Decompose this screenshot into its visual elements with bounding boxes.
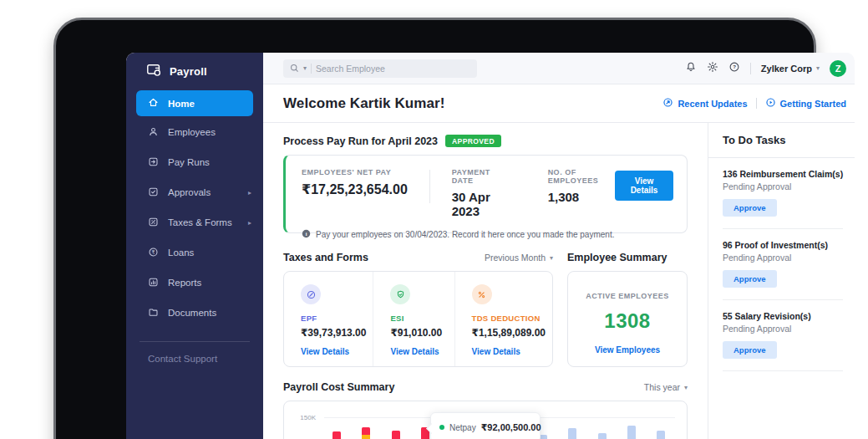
- sidebar: Payroll Home Employees Pay Runs Approval…: [126, 53, 263, 439]
- chevron-down-icon: ▾: [684, 384, 688, 391]
- sidebar-item-employees[interactable]: Employees: [126, 117, 263, 147]
- sidebar-item-taxes-forms[interactable]: Taxes & Forms ▸: [126, 207, 263, 237]
- tooltip-value: ₹92,00,500.00: [481, 422, 541, 433]
- info-icon: i: [302, 229, 311, 240]
- approve-investment-proofs-button[interactable]: Approve: [723, 270, 777, 288]
- sidebar-item-reports[interactable]: Reports: [126, 268, 263, 298]
- welcome-header: Welcome Kartik Kumar! Recent Updates Get…: [263, 84, 855, 123]
- todo-task-salary-revision: 55 Salary Revision(s) Pending Approval A…: [723, 300, 843, 371]
- sidebar-item-home[interactable]: Home: [136, 90, 253, 116]
- sidebar-item-pay-runs[interactable]: Pay Runs: [126, 147, 263, 177]
- payrun-section-header: Process Pay Run for April 2023 APPROVED: [283, 135, 688, 147]
- loans-icon: ₹: [148, 247, 159, 259]
- sidebar-item-documents[interactable]: Documents: [126, 298, 263, 328]
- net-pay-stat: EMPLOYEES' NET PAY ₹17,25,23,654.00: [302, 168, 408, 197]
- y-tick-150k: 150K: [291, 414, 316, 421]
- org-selector[interactable]: Zylker Corp ▾: [761, 64, 820, 74]
- netpay-dot-icon: [439, 425, 444, 430]
- tablet-frame: Payroll Home Employees Pay Runs Approval…: [53, 18, 816, 439]
- chart-title: Payroll Cost Summary: [283, 381, 394, 393]
- topbar-divider: [750, 63, 751, 74]
- taxes-card: EPF ₹39,73,913.00 View Details ESI ₹91,0…: [283, 271, 553, 367]
- chart-bar[interactable]: [568, 428, 576, 439]
- submenu-arrow-icon: ▸: [248, 219, 251, 227]
- esi-view-details-link[interactable]: View Details: [390, 347, 439, 356]
- sidebar-item-loans[interactable]: ₹ Loans: [126, 237, 263, 268]
- epf-value: ₹39,73,913.00: [301, 327, 366, 339]
- app-logo: Payroll: [126, 53, 263, 89]
- notifications-icon[interactable]: [685, 61, 697, 76]
- search-input[interactable]: [316, 64, 441, 74]
- todo-panel: To Do Tasks 136 Reimbursement Claim(s) P…: [708, 123, 855, 439]
- payroll-wallet-icon: [146, 62, 162, 81]
- chart-bar[interactable]: [657, 431, 665, 439]
- settings-icon[interactable]: [707, 61, 718, 76]
- taxes-section: Taxes and Forms Previous Month ▾: [283, 252, 553, 367]
- getting-started-icon: [765, 97, 776, 110]
- tds-column: TDS DEDUCTION ₹1,15,89,089.00 View Detai…: [454, 272, 552, 366]
- active-employees-count: 1308: [568, 309, 687, 333]
- chart-tooltip: Netpay ₹92,00,500.00: [430, 412, 541, 439]
- esi-value: ₹91,010.00: [390, 327, 447, 339]
- tds-view-details-link[interactable]: View Details: [472, 347, 520, 356]
- todo-task-investment-proof: 96 Proof of Investment(s) Pending Approv…: [723, 229, 843, 300]
- chart-bar[interactable]: [598, 433, 607, 439]
- search-box[interactable]: ▾: [283, 59, 477, 78]
- epf-view-details-link[interactable]: View Details: [301, 347, 349, 356]
- payrun-note: Pay your employees on 30/04/2023. Record…: [316, 230, 614, 239]
- content: Process Pay Run for April 2023 APPROVED …: [263, 123, 855, 439]
- view-details-button[interactable]: View Details: [615, 171, 673, 201]
- payroll-cost-chart: 150K 100K Netpay ₹92,00,500.00: [283, 401, 688, 439]
- status-badge: APPROVED: [445, 135, 501, 147]
- employee-count-stat: NO. OF EMPLOYEES 1,308: [548, 168, 615, 204]
- chart-bar[interactable]: [392, 431, 400, 439]
- esi-column: ESI ₹91,010.00 View Details: [373, 272, 454, 366]
- recent-updates-link[interactable]: Recent Updates: [662, 97, 747, 110]
- employee-summary-card: ACTIVE EMPLOYEES 1308 View Employees: [567, 271, 688, 367]
- sidebar-item-approvals[interactable]: Approvals ▸: [126, 177, 263, 207]
- todo-title: To Do Tasks: [723, 134, 843, 146]
- tooltip-series: Netpay: [449, 423, 476, 432]
- chart-filter-dropdown[interactable]: This year ▾: [644, 382, 688, 392]
- tds-label: TDS DEDUCTION: [472, 314, 546, 323]
- avatar[interactable]: Z: [830, 60, 846, 77]
- esi-shield-icon: [390, 284, 410, 304]
- todo-task-reimbursement: 136 Reimbursement Claim(s) Pending Appro…: [723, 158, 843, 229]
- search-scope-caret-icon[interactable]: ▾: [303, 64, 307, 72]
- getting-started-link[interactable]: Getting Started: [765, 97, 846, 110]
- payment-date-stat: PAYMENT DATE 30 Apr 2023: [452, 168, 510, 218]
- epf-column: EPF ₹39,73,913.00 View Details: [284, 272, 373, 366]
- search-divider: [311, 64, 312, 74]
- chart-bar[interactable]: [627, 426, 636, 439]
- esi-label: ESI: [390, 314, 447, 323]
- sidebar-nav: Home Employees Pay Runs Approvals ▸ Taxe…: [126, 89, 263, 328]
- payrun-card: EMPLOYEES' NET PAY ₹17,25,23,654.00 PAYM…: [283, 155, 688, 233]
- pay-runs-icon: [148, 156, 159, 169]
- search-icon: [290, 61, 299, 76]
- chevron-down-icon: ▾: [550, 254, 553, 262]
- chart-bar[interactable]: [362, 427, 370, 439]
- taxes-filter-dropdown[interactable]: Previous Month ▾: [485, 253, 553, 263]
- links-divider: [756, 98, 757, 109]
- documents-icon: [148, 307, 159, 319]
- contact-support-link[interactable]: Contact Support: [126, 354, 263, 364]
- svg-text:i: i: [306, 231, 307, 237]
- approve-salary-revisions-button[interactable]: Approve: [723, 341, 777, 359]
- app-title: Payroll: [170, 65, 207, 78]
- tds-value: ₹1,15,89,089.00: [472, 327, 546, 339]
- svg-text:₹: ₹: [152, 248, 155, 254]
- help-icon[interactable]: ?: [728, 61, 740, 76]
- stat-divider: [429, 170, 430, 203]
- taxes-title: Taxes and Forms: [283, 252, 368, 263]
- task-divider: [723, 370, 843, 371]
- app-window: Payroll Home Employees Pay Runs Approval…: [126, 53, 855, 439]
- payroll-cost-section: Payroll Cost Summary This year ▾ 150K 10…: [283, 381, 688, 439]
- topbar: ▾ ? Zylker Corp ▾ Z: [263, 53, 855, 84]
- recent-updates-icon: [662, 97, 673, 110]
- view-employees-link[interactable]: View Employees: [595, 345, 660, 355]
- submenu-arrow-icon: ▸: [248, 189, 251, 197]
- employees-icon: [148, 126, 159, 139]
- chart-bar[interactable]: [332, 431, 341, 439]
- approve-reimbursements-button[interactable]: Approve: [723, 199, 777, 217]
- home-icon: [148, 97, 159, 110]
